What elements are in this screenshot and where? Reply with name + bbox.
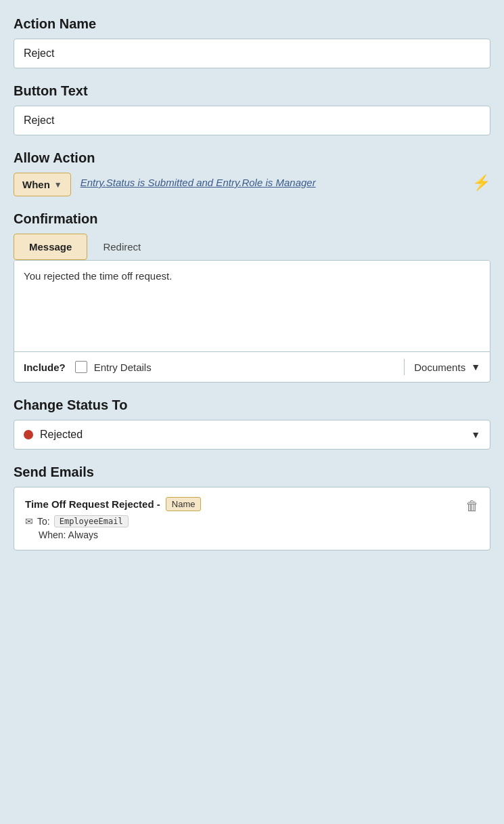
entry-details-checkbox[interactable] bbox=[75, 361, 87, 373]
allow-action-row: When ▼ Entry.Status is Submitted and Ent… bbox=[14, 173, 490, 196]
confirmation-section: Confirmation Message Redirect You reject… bbox=[14, 211, 490, 383]
when-always-text: When: Always bbox=[39, 529, 459, 540]
documents-chevron-icon: ▼ bbox=[471, 362, 480, 372]
lightning-icon[interactable]: ⚡ bbox=[472, 173, 490, 192]
email-card: Time Off Request Rejected - Name ✉ To: E… bbox=[14, 487, 490, 550]
confirmation-box: You rejected the time off request. Inclu… bbox=[14, 260, 490, 383]
status-dropdown[interactable]: Rejected ▼ bbox=[14, 420, 490, 450]
name-badge: Name bbox=[166, 497, 202, 511]
action-name-section: Action Name bbox=[14, 16, 490, 68]
button-text-section: Button Text bbox=[14, 83, 490, 135]
confirmation-label: Confirmation bbox=[14, 211, 490, 227]
allow-action-section: Allow Action When ▼ Entry.Status is Subm… bbox=[14, 150, 490, 196]
vertical-divider bbox=[404, 359, 405, 375]
button-text-label: Button Text bbox=[14, 83, 490, 99]
send-emails-section: Send Emails Time Off Request Rejected - … bbox=[14, 464, 490, 550]
action-name-input[interactable] bbox=[14, 39, 490, 68]
condition-text[interactable]: Entry.Status is Submitted and Entry.Role… bbox=[81, 173, 463, 191]
action-name-label: Action Name bbox=[14, 16, 490, 32]
tab-redirect[interactable]: Redirect bbox=[87, 234, 156, 260]
confirmation-tabs: Message Redirect bbox=[14, 234, 490, 260]
email-content: Time Off Request Rejected - Name ✉ To: E… bbox=[25, 497, 459, 540]
button-text-input[interactable] bbox=[14, 106, 490, 135]
to-label: To: bbox=[37, 516, 50, 527]
documents-dropdown[interactable]: Documents ▼ bbox=[414, 362, 480, 373]
message-textarea[interactable]: You rejected the time off request. bbox=[14, 261, 490, 349]
include-row: Include? Entry Details Documents ▼ bbox=[14, 351, 490, 382]
email-title: Time Off Request Rejected - bbox=[25, 498, 160, 510]
tab-message[interactable]: Message bbox=[14, 234, 87, 260]
status-text: Rejected bbox=[40, 429, 83, 441]
entry-details-text: Entry Details bbox=[94, 362, 395, 373]
change-status-label: Change Status To bbox=[14, 397, 490, 413]
status-left: Rejected bbox=[24, 429, 83, 441]
email-title-row: Time Off Request Rejected - Name bbox=[25, 497, 459, 511]
change-status-section: Change Status To Rejected ▼ bbox=[14, 397, 490, 450]
when-label: When bbox=[22, 179, 50, 190]
mail-icon: ✉ bbox=[25, 516, 33, 527]
status-chevron-icon: ▼ bbox=[471, 429, 480, 440]
email-tag: EmployeeEmail bbox=[54, 515, 129, 527]
documents-label: Documents bbox=[414, 362, 465, 373]
when-dropdown[interactable]: When ▼ bbox=[14, 173, 71, 196]
allow-action-label: Allow Action bbox=[14, 150, 490, 166]
status-dot-icon bbox=[24, 430, 33, 439]
trash-icon[interactable]: 🗑 bbox=[465, 497, 479, 514]
send-emails-label: Send Emails bbox=[14, 464, 490, 480]
include-label: Include? bbox=[24, 362, 66, 373]
when-chevron-icon: ▼ bbox=[54, 180, 62, 190]
email-to-row: ✉ To: EmployeeEmail bbox=[25, 515, 459, 527]
